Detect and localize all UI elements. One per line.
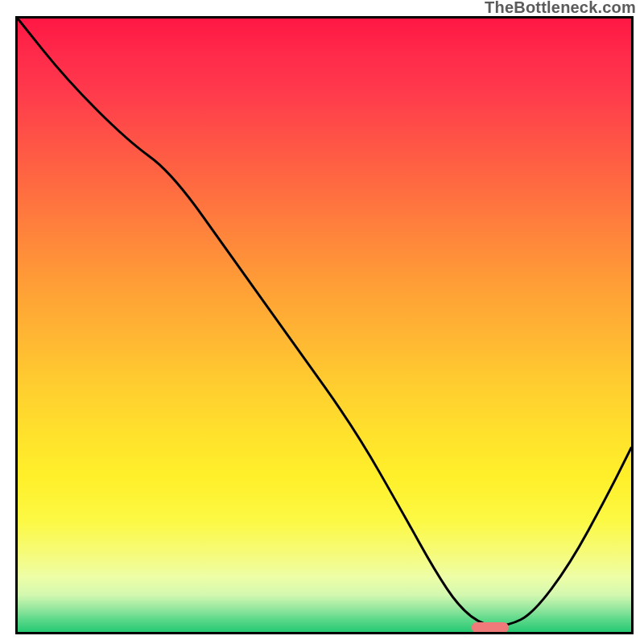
- curve-layer: [18, 19, 631, 632]
- bottleneck-curve: [18, 19, 631, 625]
- optimal-marker: [472, 622, 509, 632]
- plot-area: [15, 16, 634, 634]
- chart-frame: TheBottleneck.com: [0, 0, 644, 644]
- watermark-text: TheBottleneck.com: [485, 0, 636, 17]
